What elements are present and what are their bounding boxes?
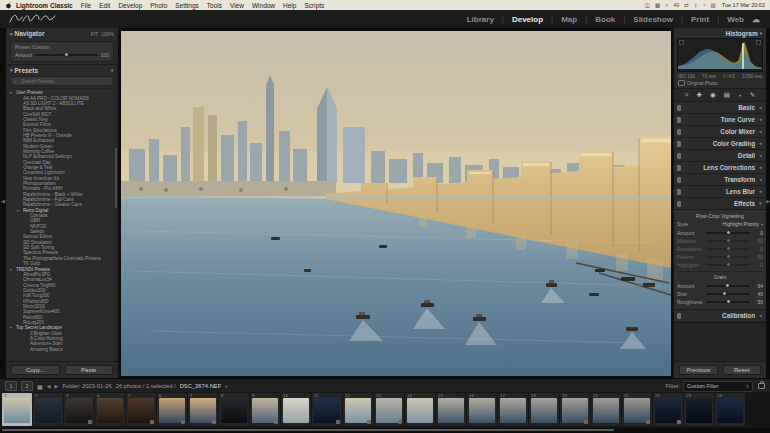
panel-toggle-switch[interactable] <box>677 189 681 195</box>
panel-toggle-switch[interactable] <box>677 129 681 135</box>
panel-expand-icon[interactable]: ▾ <box>758 201 763 206</box>
filmstrip-thumbnail[interactable]: 24 <box>715 393 745 426</box>
filmstrip-thumbnail[interactable]: 10 <box>281 393 311 426</box>
zoom-fit-option[interactable]: FIT <box>91 31 99 37</box>
filmstrip-thumbnail[interactable]: 5 <box>126 393 156 426</box>
menu-item[interactable]: Develop <box>118 2 142 9</box>
filmstrip-thumbnail[interactable]: 1 <box>2 393 32 426</box>
filmstrip-thumbnail[interactable]: 3 <box>64 393 94 426</box>
thumbnail-image[interactable] <box>438 398 464 423</box>
menu-bar-clock[interactable]: Tue 17 Mar 20:02 <box>722 2 765 8</box>
collapse-right-panel-icon[interactable]: ▶ <box>766 198 770 204</box>
panel-expand-icon[interactable]: ◂ <box>758 165 763 170</box>
status-bar-icon[interactable]: 49 <box>673 2 679 9</box>
panel-header-row[interactable]: Tone Curve ◂ <box>674 114 766 126</box>
menu-item[interactable]: File <box>81 2 91 9</box>
calibration-panel-header[interactable]: Calibration ◂ <box>674 310 766 322</box>
next-photo-icon[interactable]: ▶ <box>55 383 59 389</box>
preset-search-input[interactable] <box>19 78 110 85</box>
panel-toggle-switch[interactable] <box>677 313 681 319</box>
menu-item[interactable]: Window <box>252 2 275 9</box>
amount-slider-knob[interactable] <box>64 52 69 57</box>
slider-track[interactable] <box>706 248 750 250</box>
status-bar-icon[interactable]: ◫ <box>645 2 650 9</box>
filmstrip-thumbnail[interactable]: 18 <box>529 393 559 426</box>
panel-expand-icon[interactable]: ◂ <box>758 177 763 182</box>
thumbnail-image[interactable] <box>4 398 30 423</box>
filmstrip-thumbnail[interactable]: 20 <box>591 393 621 426</box>
menu-item[interactable]: Edit <box>99 2 110 9</box>
amount-slider[interactable] <box>35 54 97 56</box>
thumbnail-image[interactable] <box>97 398 123 423</box>
module-tab[interactable]: Develop <box>508 15 557 24</box>
vignette-style-select[interactable]: Highlight Priority <box>723 221 759 227</box>
filmstrip-thumbnail[interactable]: 14 <box>405 393 435 426</box>
panel-toggle-switch[interactable] <box>677 117 681 123</box>
chevron-down-icon[interactable]: ▾ <box>225 384 227 389</box>
status-bar-icon[interactable]: ▤ <box>711 2 716 9</box>
filmstrip-thumbnail[interactable]: 8 <box>219 393 249 426</box>
tool-icon[interactable]: ▤ <box>724 91 730 99</box>
navigator-panel-header[interactable]: ▾ Navigator FIT 100% <box>6 28 118 39</box>
filmstrip-thumbnail[interactable]: 22 <box>653 393 683 426</box>
filmstrip-thumbnail[interactable]: 6 <box>157 393 187 426</box>
panel-expand-icon[interactable]: ◂ <box>758 153 763 158</box>
status-bar-icon[interactable]: ⌗ <box>665 2 668 9</box>
menu-item[interactable]: Scripts <box>304 2 324 9</box>
panel-expand-icon[interactable]: ◂ <box>758 117 763 122</box>
slider-track[interactable] <box>706 256 750 258</box>
main-window-icon[interactable]: 1 <box>5 381 17 391</box>
thumbnail-image[interactable] <box>686 398 712 423</box>
thumbnail-image[interactable] <box>221 398 247 423</box>
menu-item[interactable]: Lightroom Classic <box>16 2 73 9</box>
filmstrip-thumbnail[interactable]: 7 <box>188 393 218 426</box>
tool-icon[interactable]: ✎ <box>750 91 755 99</box>
slider-knob[interactable] <box>726 299 731 304</box>
slider-knob[interactable] <box>725 283 730 288</box>
histogram[interactable] <box>677 38 763 72</box>
photo-canvas[interactable] <box>121 31 671 376</box>
thumbnail-image[interactable] <box>500 398 526 423</box>
module-tab[interactable]: Library <box>463 15 508 24</box>
apple-menu-icon[interactable] <box>5 2 12 9</box>
menu-item[interactable]: View <box>230 2 244 9</box>
zoom-level-option[interactable]: 100% <box>101 31 114 37</box>
tool-icon[interactable]: ◉ <box>710 91 716 99</box>
panel-toggle-switch[interactable] <box>677 105 681 111</box>
slider-track[interactable] <box>706 293 750 295</box>
module-tab[interactable]: Slideshow <box>629 15 687 24</box>
filmstrip-thumbnail[interactable]: 16 <box>467 393 497 426</box>
module-tab[interactable]: Map <box>557 15 591 24</box>
presets-panel-header[interactable]: ▾ Presets + <box>6 64 118 75</box>
panel-header-row[interactable]: Color Grading ◂ <box>674 138 766 150</box>
second-window-icon[interactable]: 2 <box>21 381 33 391</box>
thumbnail-image[interactable] <box>593 398 619 423</box>
tool-icon[interactable]: ⌗ <box>685 91 689 99</box>
filmstrip-thumbnail[interactable]: 11 <box>312 393 342 426</box>
filmstrip-thumbnail[interactable]: 4 <box>95 393 125 426</box>
slider-knob[interactable] <box>726 262 731 267</box>
slider-knob[interactable] <box>726 254 731 259</box>
panel-toggle-switch[interactable] <box>677 165 681 171</box>
module-tab[interactable]: Web <box>723 15 748 24</box>
filmstrip-thumbnail[interactable]: 21 <box>622 393 652 426</box>
menu-item[interactable]: Tools <box>207 2 222 9</box>
panel-header-row[interactable]: Detail ◂ <box>674 150 766 162</box>
panel-expand-icon[interactable]: ◂ <box>758 141 763 146</box>
preset-item[interactable]: Amazing Basics <box>8 347 118 352</box>
thumbnail-image[interactable] <box>407 398 433 423</box>
reset-button[interactable]: Reset <box>723 365 762 375</box>
panel-header-row[interactable]: Transform ◂ <box>674 174 766 186</box>
panel-expand-icon[interactable]: ◂ <box>758 105 763 110</box>
paste-button[interactable]: Paste <box>65 365 114 375</box>
collapse-left-panel-icon[interactable]: ◀ <box>1 198 5 204</box>
slider-knob[interactable] <box>726 246 731 251</box>
status-bar-icon[interactable]: ⇄ <box>684 2 689 9</box>
copy-button[interactable]: Copy... <box>11 365 60 375</box>
filter-lock-icon[interactable] <box>758 383 765 389</box>
filmstrip-thumbnail[interactable]: 13 <box>374 393 404 426</box>
filmstrip-thumbnail[interactable]: 9 <box>250 393 280 426</box>
panel-header-row[interactable]: Lens Blur ◂ <box>674 186 766 198</box>
thumbnail-image[interactable] <box>469 398 495 423</box>
menu-item[interactable]: Photo <box>150 2 167 9</box>
